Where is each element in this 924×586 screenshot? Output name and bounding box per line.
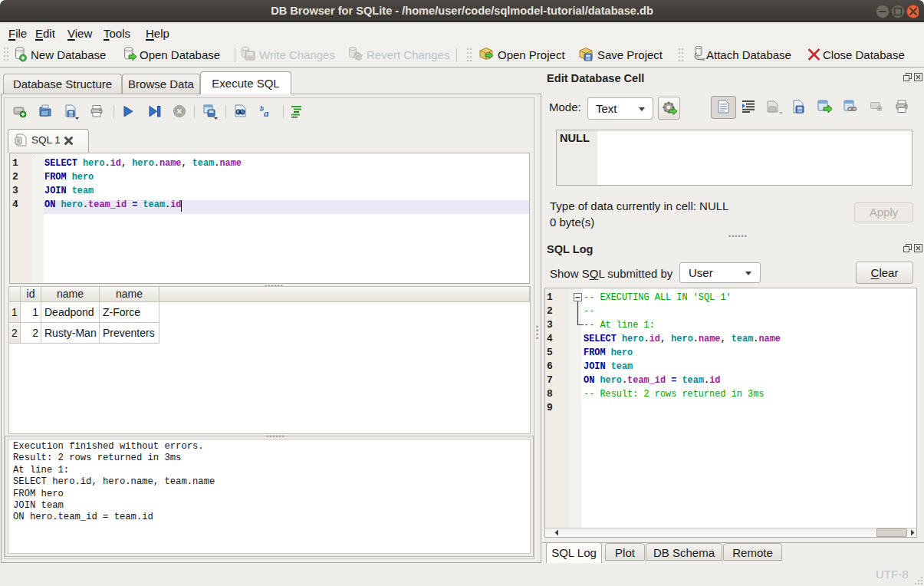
svg-text:a: a bbox=[264, 107, 269, 119]
